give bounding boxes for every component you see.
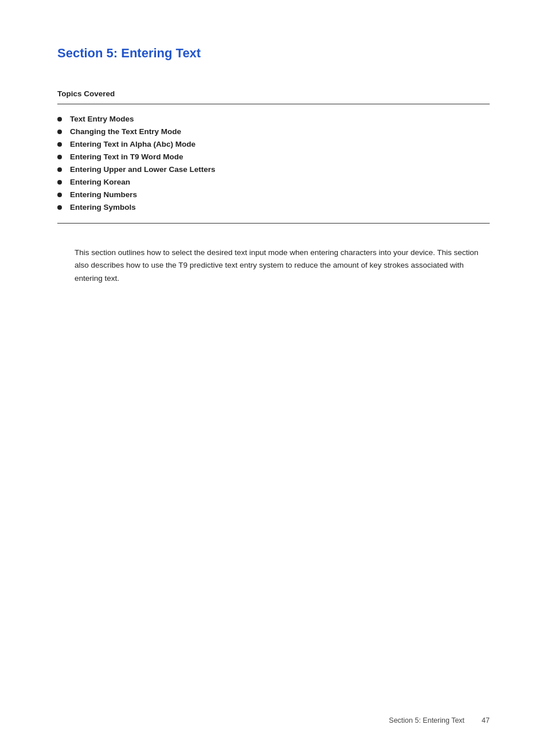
topics-section: Topics Covered Text Entry ModesChanging … — [57, 89, 490, 224]
list-item: Text Entry Modes — [57, 115, 490, 123]
topics-divider-top — [57, 104, 490, 104]
bullet-icon — [57, 205, 62, 210]
bullet-icon — [57, 193, 62, 197]
list-item: Entering Symbols — [57, 203, 490, 211]
list-item: Entering Upper and Lower Case Letters — [57, 165, 490, 174]
list-item-label: Entering Korean — [70, 178, 130, 186]
bullet-icon — [57, 130, 62, 134]
list-item: Changing the Text Entry Mode — [57, 127, 490, 136]
bullet-icon — [57, 155, 62, 159]
topics-label: Topics Covered — [57, 89, 490, 98]
footer-page-number: 47 — [482, 716, 490, 724]
page-container: Section 5: Entering Text Topics Covered … — [0, 0, 547, 756]
list-item-label: Entering Numbers — [70, 190, 137, 199]
list-item: Entering Text in T9 Word Mode — [57, 152, 490, 161]
bullet-icon — [57, 167, 62, 172]
list-item-label: Entering Upper and Lower Case Letters — [70, 165, 216, 174]
page-footer: Section 5: Entering Text 47 — [389, 716, 490, 724]
list-item: Entering Text in Alpha (Abc) Mode — [57, 140, 490, 148]
bullet-icon — [57, 142, 62, 147]
list-item-label: Changing the Text Entry Mode — [70, 127, 181, 136]
list-item-label: Entering Text in Alpha (Abc) Mode — [70, 140, 196, 148]
footer-section-label: Section 5: Entering Text — [389, 716, 464, 724]
topics-divider-bottom — [57, 223, 490, 224]
list-item: Entering Korean — [57, 178, 490, 186]
list-item-label: Entering Text in T9 Word Mode — [70, 152, 183, 161]
list-item-label: Entering Symbols — [70, 203, 136, 211]
bullet-icon — [57, 180, 62, 185]
bullet-icon — [57, 117, 62, 122]
list-item: Entering Numbers — [57, 190, 490, 199]
section-title: Section 5: Entering Text — [57, 46, 490, 61]
description-text: This section outlines how to select the … — [57, 246, 490, 285]
list-item-label: Text Entry Modes — [70, 115, 134, 123]
topics-list: Text Entry ModesChanging the Text Entry … — [57, 115, 490, 211]
